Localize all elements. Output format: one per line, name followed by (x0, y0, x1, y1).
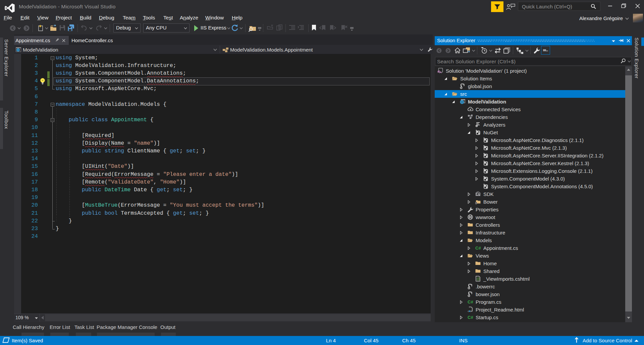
svg-text:C#: C# (468, 315, 473, 320)
svg-text:C#: C# (475, 246, 481, 251)
svg-text:@: @ (477, 277, 480, 281)
svg-text:C#: C# (468, 299, 473, 304)
